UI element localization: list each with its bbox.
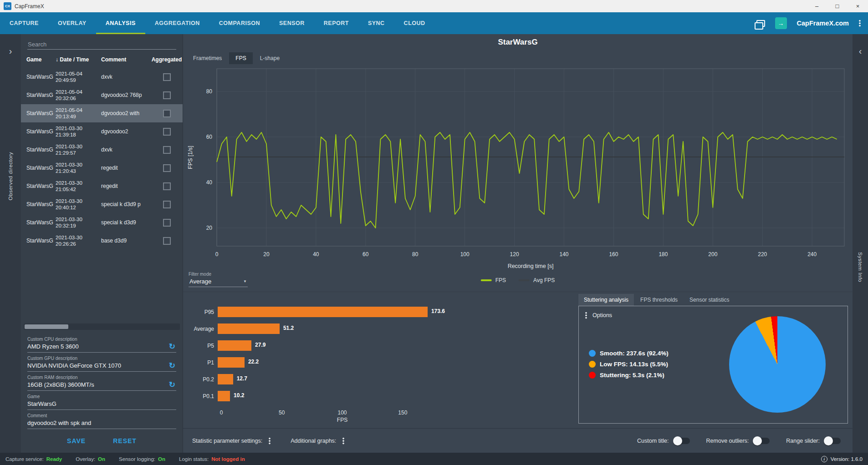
nav-tab-analysis[interactable]: ANALYSIS — [96, 12, 145, 34]
toggle-label: Remove outliers: — [706, 438, 749, 444]
aggregated-checkbox[interactable] — [163, 237, 171, 245]
legend-item: Smooth: 237.6s (92.4%) — [589, 350, 669, 357]
chart-tab-frametimes[interactable]: Frametimes — [187, 52, 228, 64]
scrollbar-thumb[interactable] — [25, 324, 68, 329]
expand-directory-chevron-icon[interactable]: › — [9, 46, 12, 56]
chart-tab-fps[interactable]: FPS — [229, 52, 252, 64]
aggregated-checkbox[interactable] — [163, 91, 171, 99]
fps-chart[interactable]: 0204060801001201401601802002202402040608… — [183, 64, 853, 272]
site-link[interactable]: CapFrameX.com — [797, 20, 849, 27]
svg-text:20: 20 — [263, 251, 270, 258]
statistic-settings-menu-icon[interactable] — [269, 437, 271, 445]
nav-tab-capture[interactable]: CAPTURE — [0, 12, 48, 34]
toggle-range-slider-[interactable] — [824, 438, 841, 444]
page-title: StarWarsG — [183, 34, 853, 51]
chart-tab-l-shape[interactable]: L-shape — [254, 52, 286, 64]
cell-game: StarWarsG — [26, 92, 56, 98]
legend-item[interactable]: FPS — [481, 277, 506, 283]
login-icon[interactable]: → — [775, 17, 787, 29]
info-icon[interactable]: i — [821, 456, 827, 462]
aggregated-checkbox[interactable] — [163, 73, 171, 81]
cell-date: 2021-03-30 — [56, 198, 101, 204]
screenshots-icon[interactable] — [756, 20, 765, 27]
nav-tab-cloud[interactable]: CLOUD — [394, 12, 435, 34]
table-row[interactable]: StarWarsG2021-03-3021:20:43regedit — [21, 159, 183, 177]
field-value[interactable]: dgvoodoo2 with spk and — [27, 420, 176, 426]
cell-date: 2021-03-30 — [56, 180, 101, 186]
refresh-icon[interactable]: ↻ — [169, 343, 175, 350]
tab-fps-thresholds[interactable]: FPS thresholds — [635, 294, 683, 306]
toggle-custom-title-[interactable] — [674, 438, 690, 444]
status-item: Sensor logging:On — [119, 456, 165, 462]
overflow-menu-icon[interactable] — [859, 20, 861, 27]
minimize-button[interactable]: – — [807, 0, 827, 12]
refresh-icon[interactable]: ↻ — [169, 362, 175, 369]
svg-text:Recording time [s]: Recording time [s] — [508, 263, 554, 269]
cell-time: 20:13:49 — [56, 113, 101, 120]
legend-dot — [589, 361, 596, 368]
table-row[interactable]: StarWarsG2021-05-0420:49:59dxvk — [21, 68, 183, 86]
field-value[interactable]: StarWarsG — [27, 400, 176, 407]
close-button[interactable]: × — [848, 0, 868, 12]
legend-item[interactable]: Avg FPS — [519, 277, 555, 283]
nav-tab-overlay[interactable]: OVERLAY — [48, 12, 96, 34]
reset-button[interactable]: RESET — [113, 437, 137, 445]
table-row[interactable]: StarWarsG2021-03-3020:32:19special k d3d… — [21, 213, 183, 232]
toggle-thumb[interactable] — [824, 436, 833, 445]
tab-sensor-statistics[interactable]: Sensor statistics — [684, 294, 735, 306]
cell-datetime: 2021-03-3020:26:26 — [56, 234, 101, 247]
table-row[interactable]: StarWarsG2021-03-3021:39:18dgvoodoo2 — [21, 122, 183, 141]
aggregated-checkbox[interactable] — [163, 182, 171, 190]
header-cell-aggregated: Aggregated — [148, 56, 183, 63]
expand-system-info-chevron-icon[interactable]: ‹ — [859, 46, 862, 56]
field-label: Custom GPU description — [27, 356, 176, 361]
maximize-button[interactable]: □ — [827, 0, 848, 12]
field-custom-gpu-description: Custom GPU descriptionNVIDIA NVIDIA GeFo… — [27, 356, 176, 372]
filter-mode-select[interactable]: Average ▼ — [189, 277, 248, 287]
nav-tab-comparison[interactable]: COMPARISON — [209, 12, 270, 34]
table-row[interactable]: StarWarsG2021-03-3020:26:26base d3d9 — [21, 232, 183, 250]
toggle-thumb[interactable] — [673, 436, 682, 445]
nav-tab-sensor[interactable]: SENSOR — [270, 12, 314, 34]
aggregated-checkbox[interactable] — [163, 146, 171, 154]
aggregated-checkbox[interactable] — [163, 201, 171, 208]
cell-comment: dxvk — [101, 74, 148, 80]
legend-swatch — [519, 279, 530, 281]
header-cell-date-time[interactable]: ↓ Date / Time — [56, 56, 101, 63]
field-value[interactable]: NVIDIA NVIDIA GeForce GTX 1070 — [27, 362, 176, 369]
horizontal-scrollbar[interactable] — [24, 323, 180, 330]
field-value[interactable]: 16GB (2x8GB) 3600MT/s — [27, 381, 176, 388]
search-input[interactable] — [27, 40, 176, 50]
table-row[interactable]: StarWarsG2021-03-3021:29:57dxvk — [21, 141, 183, 159]
cell-comment: regedit — [101, 165, 148, 171]
aggregated-checkbox[interactable] — [163, 110, 171, 117]
field-value[interactable]: AMD Ryzen 5 3600 — [27, 343, 176, 350]
cell-datetime: 2021-03-3021:39:18 — [56, 125, 101, 138]
table-row[interactable]: StarWarsG2021-05-0420:32:06dgvoodoo2 768… — [21, 86, 183, 104]
save-button[interactable]: SAVE — [67, 437, 86, 445]
table-row[interactable]: StarWarsG2021-05-0420:13:49dgvoodoo2 wit… — [21, 104, 183, 122]
nav-tab-report[interactable]: REPORT — [314, 12, 358, 34]
additional-graphs-menu-icon[interactable] — [342, 437, 344, 445]
axis-tick: 150 — [398, 409, 407, 416]
nav-tab-sync[interactable]: SYNC — [358, 12, 394, 34]
tab-stuttering-analysis[interactable]: Stuttering analysis — [578, 294, 634, 306]
records-header: Game↓ Date / TimeCommentAggregated — [21, 51, 183, 68]
toggle-remove-outliers-[interactable] — [753, 438, 770, 444]
nav-tab-aggregation[interactable]: AGGREGATION — [145, 12, 209, 34]
aggregated-checkbox[interactable] — [163, 128, 171, 136]
refresh-icon[interactable]: ↻ — [169, 381, 175, 389]
aggregated-checkbox[interactable] — [163, 219, 171, 227]
table-row[interactable]: StarWarsG2021-03-3021:05:42regedit — [21, 177, 183, 195]
options-kebab-icon[interactable] — [585, 312, 587, 319]
legend-text: Stuttering: 5.3s (2.1%) — [600, 372, 664, 379]
bar-value-label: 10.2 — [234, 392, 244, 399]
fps-chart-svg[interactable]: 0204060801001201401601802002202402040608… — [185, 64, 852, 272]
table-row[interactable]: StarWarsG2021-03-3020:40:12special k d3d… — [21, 195, 183, 213]
cell-date: 2021-05-04 — [56, 107, 101, 113]
header-cell-game: Game — [26, 56, 56, 63]
aggregated-checkbox[interactable] — [163, 164, 171, 172]
bar-value-label: 173.6 — [431, 308, 445, 314]
toggle-thumb[interactable] — [753, 436, 762, 445]
cell-time: 21:05:42 — [56, 186, 101, 192]
